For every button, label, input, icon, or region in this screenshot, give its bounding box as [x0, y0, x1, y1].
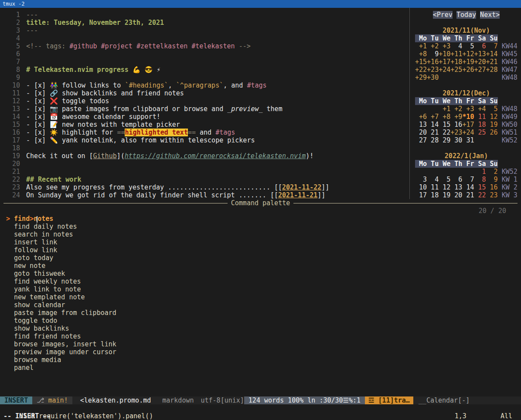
calendar-day[interactable]: 12 — [439, 183, 450, 191]
editor-line[interactable]: 10- [x] 👫 follow links to `#headings`, `… — [3, 81, 409, 89]
calendar-day[interactable]: 3 — [415, 176, 427, 183]
calendar-day[interactable]: 23 — [486, 191, 498, 199]
editor-line[interactable]: 22## Recent work — [3, 176, 409, 183]
calendar-day[interactable]: +11 — [450, 50, 462, 58]
palette-item[interactable]: panel — [0, 364, 521, 372]
calendar-day[interactable]: +7 — [427, 113, 439, 121]
palette-item[interactable]: preview image under cursor — [0, 348, 521, 356]
calendar-day[interactable]: +8 — [439, 113, 450, 121]
editor-line[interactable]: 12- [x] ❌ toggle todos — [3, 97, 409, 105]
calendar-day[interactable]: 17 — [415, 191, 427, 199]
editor-line[interactable]: 24On Sunday we got rid of the daily find… — [3, 191, 409, 199]
calendar-day[interactable]: +1 — [415, 42, 427, 50]
editor-line[interactable]: 13- [x] 📷 paste images from clipboard or… — [3, 105, 409, 113]
calendar-day[interactable]: +27 — [474, 66, 486, 74]
calendar-day[interactable]: 11 — [427, 183, 439, 191]
calendar-day[interactable]: 4 — [427, 176, 439, 183]
palette-item[interactable]: new note — [0, 262, 521, 270]
calendar-day[interactable]: 26 — [486, 129, 498, 136]
calendar-day[interactable]: +19 — [462, 58, 474, 66]
calendar-today-button[interactable]: Today — [456, 11, 476, 19]
calendar-day[interactable]: +26 — [462, 66, 474, 74]
calendar-day[interactable]: 21 — [462, 191, 474, 199]
editor-line[interactable]: 2title: Tuesday, November 23th, 2021 — [3, 19, 409, 27]
calendar-day[interactable]: +23 — [450, 129, 462, 136]
calendar-day[interactable]: 14 — [462, 183, 474, 191]
editor-line[interactable]: 19Check it out on [Github](https://githu… — [3, 152, 409, 160]
calendar-day[interactable]: 2 — [486, 168, 498, 176]
calendar-day[interactable]: +4 — [474, 105, 486, 113]
calendar-day[interactable]: 11 — [474, 113, 486, 121]
editor-line[interactable]: 1--- — [3, 11, 409, 19]
calendar-day[interactable]: 9 — [486, 176, 498, 183]
calendar-day[interactable]: 1 — [474, 168, 486, 176]
palette-item[interactable]: toggle todo — [0, 317, 521, 325]
editor-line[interactable]: 23Also see my progress from yesterday ..… — [3, 183, 409, 191]
calendar-day[interactable]: +17 — [462, 121, 474, 129]
palette-item[interactable]: follow link — [0, 246, 521, 254]
palette-item[interactable]: find daily notes — [0, 223, 521, 230]
calendar-day[interactable]: 16 — [486, 183, 498, 191]
calendar-day[interactable]: 18 — [427, 191, 439, 199]
editor-line[interactable]: 7 — [3, 58, 409, 66]
calendar-day[interactable]: 5 — [439, 176, 450, 183]
calendar-day[interactable]: 29 — [439, 136, 450, 144]
editor-line[interactable]: 17- [x] ✏️ yank notelink, also from with… — [3, 136, 409, 144]
calendar-day[interactable]: +12 — [462, 50, 474, 58]
calendar-day[interactable]: +29 — [415, 74, 427, 81]
palette-prompt-input[interactable]: > 20 / 20 — [0, 207, 521, 215]
calendar-day[interactable]: 7 — [462, 176, 474, 183]
editor-line[interactable]: 11- [x] 🔗 show backlinks and friend note… — [3, 89, 409, 97]
calendar-day[interactable]: +25 — [450, 66, 462, 74]
calendar-day[interactable]: 20 — [450, 191, 462, 199]
calendar-day[interactable]: +6 — [415, 113, 427, 121]
calendar-day[interactable]: +1 — [439, 105, 450, 113]
calendar-day[interactable]: 31 — [462, 136, 474, 144]
calendar-day[interactable]: 10 — [415, 183, 427, 191]
calendar-day[interactable]: +24 — [439, 66, 450, 74]
calendar-day[interactable]: 21 — [427, 129, 439, 136]
calendar-day[interactable]: +13 — [474, 50, 486, 58]
calendar-window[interactable]: <Prev Today Next> 2021/11(Nov) Mo Tu We … — [409, 8, 521, 199]
calendar-day[interactable]: *10 — [462, 113, 474, 121]
calendar-day[interactable]: +16 — [427, 58, 439, 66]
editor-line[interactable]: 8# Telekasten.nvim progress 💪 😎 ⚡ — [3, 66, 409, 74]
editor-line[interactable]: 15- [x] 📝 new notes with template picker — [3, 121, 409, 129]
calendar-day[interactable]: 20 — [415, 129, 427, 136]
calendar-day[interactable]: +23 — [427, 66, 439, 74]
calendar-day[interactable]: +3 — [462, 105, 474, 113]
command-line[interactable]: :lua require('telekasten').panel() — [0, 404, 521, 412]
calendar-day[interactable]: +14 — [486, 50, 498, 58]
calendar-prev-button[interactable]: <Prev — [433, 11, 453, 19]
editor-window[interactable]: 1---2title: Tuesday, November 23th, 2021… — [0, 8, 409, 199]
palette-item[interactable]: browse images, insert link — [0, 340, 521, 348]
calendar-day[interactable]: 27 — [415, 136, 427, 144]
editor-line[interactable]: 20 — [3, 160, 409, 168]
editor-line[interactable]: 14- [x] 📅 awesome calendar support! — [3, 113, 409, 121]
calendar-day[interactable]: 5 — [486, 105, 498, 113]
calendar-day[interactable]: 25 — [474, 129, 486, 136]
calendar-day[interactable]: 28 — [427, 136, 439, 144]
calendar-day[interactable]: +24 — [462, 129, 474, 136]
calendar-day[interactable]: 9 — [427, 50, 439, 58]
calendar-day[interactable]: 7 — [486, 42, 498, 50]
calendar-day[interactable]: +22 — [415, 66, 427, 74]
calendar-day[interactable]: +10 — [439, 50, 450, 58]
palette-item[interactable]: goto thisweek — [0, 270, 521, 278]
calendar-day[interactable]: +8 — [415, 50, 427, 58]
calendar-day[interactable]: +30 — [427, 74, 439, 81]
editor-line[interactable]: 6 — [3, 50, 409, 58]
calendar-day[interactable]: 16 — [450, 121, 462, 129]
palette-item[interactable]: browse media — [0, 356, 521, 364]
calendar-day[interactable]: 6 — [450, 176, 462, 183]
calendar-day[interactable]: 22 — [474, 191, 486, 199]
calendar-day[interactable]: +9 — [450, 113, 462, 121]
editor-line[interactable]: 18 — [3, 144, 409, 152]
calendar-day[interactable]: 4 — [450, 42, 462, 50]
palette-item[interactable]: find weekly notes — [0, 278, 521, 285]
calendar-day[interactable]: 22 — [439, 129, 450, 136]
palette-item-selected[interactable]: > find notes — [0, 215, 521, 223]
calendar-day[interactable]: 13 — [450, 183, 462, 191]
editor-line[interactable]: 9 — [3, 74, 409, 81]
editor-line[interactable]: 16- [x] ☀️ highlight for ==highlighted t… — [3, 129, 409, 136]
